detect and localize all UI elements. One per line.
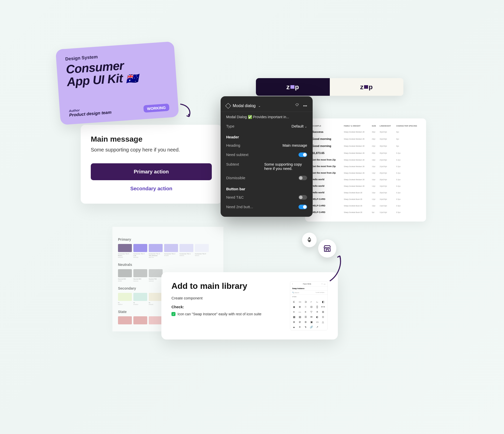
- dismissible-label: Dismissible: [226, 176, 245, 180]
- grid-icon[interactable]: ⊚: [304, 320, 307, 324]
- library-check-item: ✓ Icon can "Swap Instance" easily with r…: [171, 312, 282, 316]
- grid-icon[interactable]: ✉: [310, 315, 313, 319]
- back-icon[interactable]: ‹: [292, 283, 293, 285]
- grid-icon[interactable]: ⊏: [292, 300, 296, 303]
- grid-icon[interactable]: ⊞: [321, 310, 325, 314]
- grid-icon[interactable]: ⟷: [321, 305, 325, 308]
- grid-icon[interactable]: ▤: [298, 315, 302, 319]
- color-swatch[interactable]: Hi#f3ead0: [149, 293, 163, 305]
- grid-icon[interactable]: ◧: [321, 300, 325, 303]
- arrow-icon: [179, 103, 194, 120]
- grid-icon[interactable]: ⊕: [298, 305, 302, 308]
- modal-heading: Main message: [91, 135, 212, 143]
- store-icon[interactable]: [318, 239, 336, 258]
- typography-table: EXAMPLEFAMILY & WEIGHTSIZELINEHEIGHTCHAR…: [305, 118, 426, 222]
- grid-icon[interactable]: ⊟: [310, 305, 313, 308]
- fire-icon[interactable]: [302, 233, 317, 247]
- mini-section: Swap Instance: [290, 287, 328, 291]
- table-row: SuccessSharp Grotesk Medium 2036pt36pt/4…: [311, 128, 424, 135]
- grid-icon[interactable]: ◐: [315, 315, 319, 319]
- color-swatch[interactable]: Consumer Tint 1#d8d3fa: [180, 244, 193, 258]
- grid-icon[interactable]: ▦: [292, 315, 296, 319]
- grid-icon[interactable]: ▲: [292, 325, 296, 329]
- color-swatch[interactable]: Consumer Tint 4 Link#6140d6: [133, 244, 147, 258]
- grid-icon[interactable]: ✈: [298, 325, 302, 329]
- grid-icon[interactable]: ↯: [304, 325, 307, 329]
- library-check-label: Check:: [171, 305, 282, 309]
- detach-icon[interactable]: [295, 103, 299, 108]
- color-swatch[interactable]: Consumer Tint 5 Bolton#4b2e83: [118, 244, 132, 258]
- primary-button[interactable]: Primary action: [91, 163, 212, 180]
- grid-icon[interactable]: ⊙: [321, 315, 325, 319]
- kit-author: Author Product design team: [69, 106, 112, 118]
- table-header: EXAMPLE: [311, 123, 343, 128]
- grid-icon[interactable]: [321, 325, 325, 329]
- grid-icon[interactable]: ≡: [292, 310, 296, 314]
- type-value[interactable]: Default ⌄: [291, 124, 307, 128]
- color-swatch[interactable]: [118, 316, 132, 325]
- palette-primary-title: Primary: [118, 237, 218, 241]
- need-subtext-toggle[interactable]: [299, 152, 307, 157]
- chevron-down-icon[interactable]: ⌄: [258, 104, 261, 108]
- grid-icon[interactable]: ▭: [298, 300, 302, 303]
- more-icon[interactable]: ···: [321, 283, 323, 285]
- color-swatch[interactable]: Consumer Tint 0#efeefd: [195, 244, 209, 258]
- grid-icon[interactable]: △: [321, 320, 325, 324]
- grid-icon[interactable]: ☰: [304, 315, 307, 319]
- grid-icon[interactable]: ⊛: [292, 320, 296, 324]
- dismissible-toggle[interactable]: [299, 176, 307, 180]
- color-swatch[interactable]: Consumer Tint 3 Tab Selected#8a77ea: [149, 244, 163, 258]
- subtext-value[interactable]: Some supporting copy here if you need.: [264, 162, 307, 171]
- color-swatch[interactable]: [133, 316, 147, 325]
- flag-icon: 🇦🇺: [126, 73, 139, 84]
- grid-icon[interactable]: ⊐: [304, 300, 307, 303]
- secondary-button[interactable]: Secondary action: [91, 186, 212, 192]
- table-row: Hello worldSharp Grotesk Medium 2016pt20…: [311, 176, 424, 183]
- type-label: Type: [226, 124, 234, 128]
- library-check-text: Icon can "Swap Instance" easily with res…: [177, 312, 261, 316]
- table-row: Get the most from ZipSharp Grotesk Mediu…: [311, 163, 424, 170]
- table-header: LINEHEIGHT: [378, 123, 395, 128]
- grid-icon[interactable]: ◉: [292, 305, 296, 308]
- grid-icon[interactable]: —: [298, 310, 302, 314]
- grid-icon[interactable]: ⁝⁝: [304, 305, 307, 308]
- color-swatch[interactable]: Hi#e8f5c4: [118, 293, 132, 305]
- grid-icon[interactable]: ↗: [315, 325, 319, 329]
- brand-light: zp: [330, 78, 404, 96]
- table-header: SIZE: [371, 123, 379, 128]
- mini-title: Face Wink: [303, 283, 311, 285]
- table-row: Good morningSharp Grotesk Medium 2028pt3…: [311, 135, 424, 142]
- color-swatch[interactable]: Neutral 800#a5a5a5: [133, 269, 147, 282]
- grid-icon[interactable]: 🔗: [310, 325, 313, 329]
- grid-icon[interactable]: ⌙: [315, 300, 319, 303]
- table-header: FAMILY & WEIGHT: [343, 123, 371, 128]
- color-swatch[interactable]: Neutral 900#8f8f8f: [118, 269, 132, 282]
- grid-icon[interactable]: ⊘: [298, 320, 302, 324]
- color-swatch[interactable]: Neutral 700#b5b5b5: [149, 269, 163, 282]
- grid-icon[interactable]: ▣: [310, 320, 313, 324]
- table-row: Good morningSharp Grotesk Medium 2024pt3…: [311, 142, 424, 149]
- heading-value[interactable]: Main message: [282, 143, 307, 147]
- library-title: Add to main library: [171, 281, 282, 291]
- color-swatch[interactable]: [149, 316, 163, 325]
- table-row: HELP CARDSharp Grotesk Book 2010pt14pt/1…: [311, 202, 424, 209]
- component-name[interactable]: Modal dialog: [233, 104, 256, 108]
- close-icon[interactable]: —: [324, 283, 325, 285]
- component-icon: [225, 103, 231, 109]
- grid-icon[interactable]: ▭: [315, 320, 319, 324]
- table-header: CHARACTER SPACING: [395, 123, 424, 128]
- need-2nd-toggle[interactable]: [299, 205, 307, 209]
- grid-icon[interactable]: ▽: [310, 310, 313, 314]
- mini-group[interactable]: ▸ Bold: [290, 295, 328, 298]
- grid-icon[interactable]: ⌐: [310, 300, 313, 303]
- grid-icon[interactable]: ≡: [304, 310, 307, 314]
- color-swatch[interactable]: Consumer Tint 2#b4a8f3: [164, 244, 178, 258]
- table-row: HELP CARDSharp Grotesk Book 2012pt16pt/2…: [311, 196, 424, 202]
- color-swatch[interactable]: Hi#c5e8dd: [133, 293, 147, 305]
- icon-grid: ⊏▭⊐⌐⌙◧ ◉⊕⁝⁝⊟{}⟷ ≡—≡▽✕⊞ ▦▤☰✉◐⊙ ⊛⊘⊚▣▭△ ▲✈↯…: [290, 298, 328, 330]
- need-tc-toggle[interactable]: [299, 195, 307, 200]
- more-icon[interactable]: •••: [303, 104, 307, 108]
- grid-icon[interactable]: ✕: [315, 310, 319, 314]
- mini-search[interactable]: 🔍 Search Local compo...: [290, 291, 328, 295]
- grid-icon[interactable]: {}: [315, 305, 319, 308]
